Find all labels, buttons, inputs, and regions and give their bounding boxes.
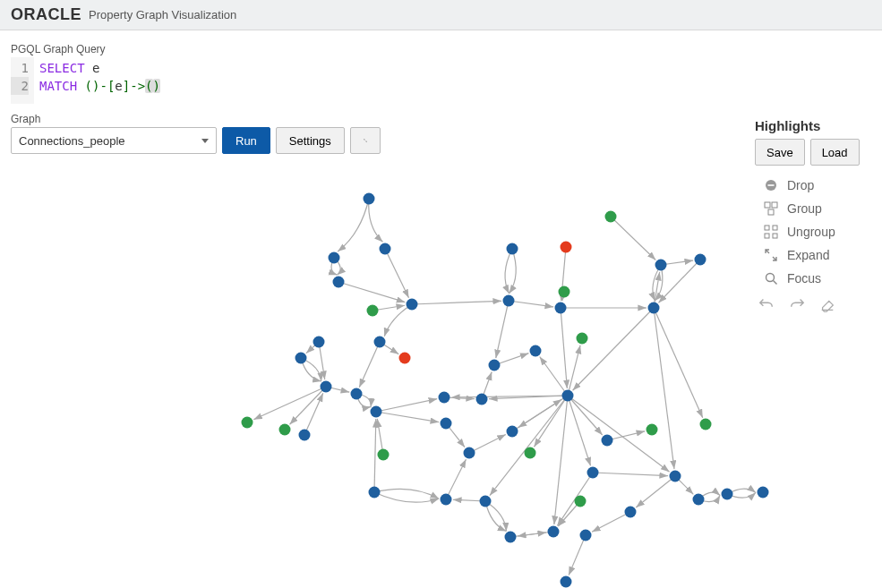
graph-edge[interactable] [593,473,668,476]
graph-edge[interactable] [369,199,383,242]
graph-edge[interactable] [490,396,568,496]
graph-edge[interactable] [446,459,466,499]
graph-node[interactable] [561,576,572,588]
graph-node[interactable] [369,487,381,499]
graph-node[interactable] [647,424,658,436]
graph-node[interactable] [505,532,517,543]
settings-button[interactable]: Settings [276,127,345,154]
save-button[interactable]: Save [755,139,805,166]
redo-icon[interactable] [789,296,805,312]
graph-edge[interactable] [385,249,409,298]
graph-node[interactable] [700,419,712,430]
graph-edge[interactable] [338,199,369,251]
graph-edge[interactable] [338,282,405,303]
graph-edge[interactable] [505,249,512,294]
run-button[interactable]: Run [222,127,270,154]
graph-node[interactable] [364,193,375,205]
group-action[interactable]: Group [764,201,871,216]
graph-node[interactable] [464,447,475,459]
load-button[interactable]: Load [810,139,860,166]
graph-node[interactable] [503,295,515,307]
graph-edge[interactable] [611,217,655,260]
graph-edge[interactable] [592,512,630,532]
graph-edge[interactable] [290,387,326,424]
graph-node[interactable] [329,252,340,264]
graph-node[interactable] [587,467,599,479]
graph-node[interactable] [399,353,411,364]
graph-edge[interactable] [568,396,603,435]
drop-action[interactable]: Drop [764,178,871,192]
graph-node[interactable] [371,406,382,418]
graph-node[interactable] [670,471,681,482]
graph-node[interactable] [559,286,570,298]
graph-node[interactable] [507,426,518,438]
graph-node[interactable] [313,337,325,348]
graph-edge[interactable] [569,535,586,575]
graph-node[interactable] [507,243,518,255]
graph-node[interactable] [441,494,452,506]
graph-canvas[interactable] [197,188,770,573]
graph-node[interactable] [439,392,450,404]
graph-node[interactable] [555,303,567,314]
graph-edge[interactable] [554,396,568,524]
graph-node[interactable] [295,353,307,364]
graph-edge[interactable] [636,476,675,507]
graph-node[interactable] [489,360,501,371]
graph-node[interactable] [530,345,542,357]
graph-edge[interactable] [253,387,326,420]
graph-edge[interactable] [573,308,654,390]
graph-edge[interactable] [469,435,506,453]
pgql-editor[interactable]: 1 2 SELECT e MATCH ()-[e]->() [11,57,871,104]
graph-node[interactable] [605,211,617,223]
fullscreen-button[interactable] [350,127,381,154]
graph-edge[interactable] [374,419,376,492]
graph-edge[interactable] [359,342,380,388]
graph-node[interactable] [577,333,588,345]
graph-node[interactable] [561,242,572,253]
graph-node[interactable] [299,430,311,441]
graph-edge[interactable] [384,304,412,337]
graph-node[interactable] [480,496,492,507]
graph-edge[interactable] [518,396,568,428]
focus-action[interactable]: Focus [764,271,871,285]
graph-edge[interactable] [496,301,509,358]
graph-node[interactable] [321,381,332,393]
graph-node[interactable] [695,254,706,266]
graph-node[interactable] [333,277,345,288]
graph-node[interactable] [525,447,536,459]
erase-icon[interactable] [819,296,835,312]
graph-node[interactable] [655,260,667,271]
graph-node[interactable] [575,496,587,507]
code-line-2[interactable]: MATCH ()-[e]->() [39,77,160,95]
graph-edge[interactable] [376,412,439,422]
graph-node[interactable] [722,489,733,500]
graph-node[interactable] [562,390,574,402]
graph-node[interactable] [548,526,560,538]
graph-node[interactable] [580,530,592,541]
graph-node[interactable] [476,394,488,405]
expand-action[interactable]: Expand [764,248,871,262]
graph-node[interactable] [648,303,660,314]
graph-edge[interactable] [568,396,591,465]
graph-node[interactable] [367,305,379,317]
graph-node[interactable] [242,417,253,429]
graph-edge[interactable] [568,345,580,396]
graph-edge[interactable] [540,356,568,396]
graph-node[interactable] [351,388,363,400]
graph-node[interactable] [693,494,705,506]
graph-edge[interactable] [510,249,517,294]
graph-edge[interactable] [509,301,553,307]
ungroup-action[interactable]: Ungroup [764,225,871,239]
graph-edge[interactable] [561,308,567,388]
graph-edge[interactable] [412,301,501,304]
graph-node[interactable] [380,243,391,255]
graph-node[interactable] [758,487,769,499]
graph-node[interactable] [378,449,390,461]
graph-node[interactable] [441,418,452,430]
graph-node[interactable] [602,435,613,447]
graph-node[interactable] [625,507,637,518]
graph-node[interactable] [279,424,291,436]
graph-edge[interactable] [374,489,439,499]
graph-select[interactable]: Connections_people [11,127,217,154]
graph-edge[interactable] [376,399,437,412]
